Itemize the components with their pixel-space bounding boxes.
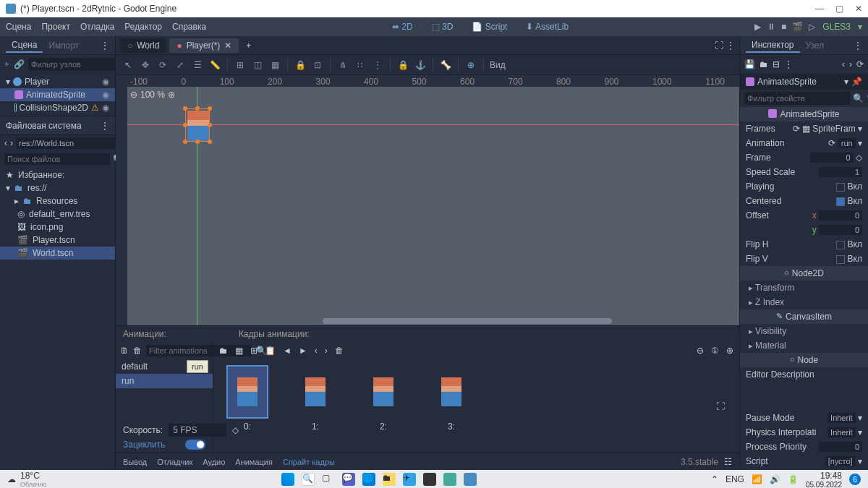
visibility-icon[interactable]: ◉ — [102, 77, 109, 87]
menu-help[interactable]: Справка — [172, 22, 206, 32]
pausemode-select[interactable]: Inherit — [827, 413, 856, 423]
output-tab-debugger[interactable]: Отладчик — [157, 458, 192, 466]
volume-icon[interactable]: 🔊 — [770, 474, 780, 484]
reset-icon[interactable]: ⟳ — [793, 124, 800, 134]
skeleton-icon[interactable]: ⋔ — [336, 59, 349, 72]
output-tab-animation[interactable]: Анимация — [235, 458, 273, 466]
play-custom-icon[interactable]: ▷ — [809, 22, 815, 32]
fs-item[interactable]: 🎬Player.tscn — [0, 234, 115, 247]
media-icon[interactable]: ▶ — [423, 473, 436, 486]
menu-project[interactable]: Проект — [41, 22, 70, 32]
fs-item[interactable]: 🖼icon.png — [0, 221, 115, 234]
tree-node-player[interactable]: ▾ Player ◉ — [0, 75, 115, 88]
select-tool-icon[interactable]: ↖ — [122, 59, 135, 72]
play-scene-icon[interactable]: 🎬 — [792, 22, 803, 32]
insert-after-icon[interactable]: ► — [299, 346, 307, 356]
fs-item[interactable]: ▸🖿Resources — [0, 194, 115, 207]
battery-icon[interactable]: 🔋 — [788, 474, 799, 484]
pin-icon[interactable]: 📌 — [851, 77, 862, 87]
move-right-icon[interactable]: › — [325, 346, 328, 356]
add-anim-icon[interactable]: 🗎 — [120, 346, 129, 356]
warning-icon[interactable]: ⚠ — [91, 103, 99, 113]
fs-root[interactable]: ▾🖿res:// — [0, 181, 115, 194]
scale-tool-icon[interactable]: ⤢ — [174, 59, 187, 72]
view-menu[interactable]: Вид — [490, 60, 506, 70]
tab-scene[interactable]: Сцена — [6, 38, 43, 53]
smart-snap-icon[interactable]: ◫ — [251, 59, 264, 72]
folder-icon[interactable]: 🖿 — [760, 59, 768, 69]
play-icon[interactable]: ▶ — [754, 22, 761, 32]
chevron-down-icon[interactable]: ▾ — [844, 77, 848, 87]
chat-icon[interactable]: 💬 — [342, 473, 355, 486]
grid-icon[interactable]: ∷ — [354, 59, 367, 72]
selected-sprite[interactable] — [185, 108, 210, 142]
animation-select[interactable]: run — [838, 138, 856, 148]
insert-before-icon[interactable]: ◄ — [283, 346, 292, 356]
mode-assetlib[interactable]: ⬇ AssetLib — [522, 20, 573, 33]
tab-inspector[interactable]: Инспектор — [746, 38, 800, 53]
edge-icon[interactable]: 🌐 — [362, 473, 375, 486]
delete-frame-icon[interactable]: 🗑 — [335, 346, 344, 356]
group-visibility[interactable]: ▸ Visibility — [740, 324, 868, 338]
dock-menu-icon[interactable]: ⋮ — [101, 121, 109, 131]
centered-checkbox[interactable] — [836, 197, 845, 206]
notifications-icon[interactable]: 6 — [849, 474, 861, 485]
dock-menu-icon[interactable]: ⋮ — [101, 40, 109, 51]
fs-favorites[interactable]: ★Избранное: — [0, 168, 115, 181]
frame-item[interactable]: 2: — [364, 367, 403, 432]
zoom-level[interactable]: 100 % — [140, 90, 165, 100]
group-zindex[interactable]: ▸ Z Index — [740, 295, 868, 309]
weather-icon[interactable]: ☁ — [7, 474, 16, 484]
viewport-2d[interactable]: -1000 100200 300400 500600 700800 900100… — [116, 75, 739, 325]
lock-selection-icon[interactable]: 🔒 — [396, 59, 409, 72]
chevron-down-icon[interactable]: ▾ — [858, 22, 862, 32]
pause-icon[interactable]: ⏸ — [767, 22, 775, 32]
layout-icon[interactable]: ☷ — [724, 457, 732, 467]
zoom-out-icon[interactable]: ⊖ — [130, 90, 137, 100]
dock-menu-icon[interactable]: ⋮ — [726, 40, 735, 51]
minimize-icon[interactable]: — — [815, 4, 824, 14]
network-icon[interactable]: 📶 — [752, 474, 762, 484]
fullscreen-icon[interactable]: ⛶ — [716, 401, 725, 411]
stop-icon[interactable]: ■ — [781, 22, 786, 32]
anchor-icon[interactable]: ⚓ — [414, 59, 427, 72]
visibility-icon[interactable]: ◉ — [102, 103, 109, 113]
anim-item-run[interactable]: run — [116, 374, 213, 388]
nav-fwd-icon[interactable]: › — [10, 138, 13, 148]
clock-date[interactable]: 05.09.2022 — [806, 481, 842, 489]
menu-editor[interactable]: Редактор — [124, 22, 162, 32]
grid-snap-icon[interactable]: ▦ — [268, 59, 281, 72]
renderer-select[interactable]: GLES3 — [822, 22, 851, 32]
add-node-icon[interactable]: + — [4, 59, 9, 69]
frame-item[interactable]: 3: — [432, 367, 471, 432]
more-icon[interactable]: ⋮ — [784, 59, 793, 69]
list-tool-icon[interactable]: ☰ — [191, 59, 204, 72]
rotate-tool-icon[interactable]: ⟳ — [156, 59, 169, 72]
dock-menu-icon[interactable]: ⋮ — [854, 40, 862, 51]
tree-node-animatedsprite[interactable]: AnimatedSprite ◉ — [0, 88, 115, 101]
tab-node[interactable]: Узел — [800, 39, 830, 52]
expand-icon[interactable]: ⛶ — [715, 40, 723, 51]
group-material[interactable]: ▸ Material — [740, 338, 868, 353]
output-tab-spriteframes[interactable]: Спрайт кадры — [283, 458, 335, 466]
nav-back-icon[interactable]: ‹ — [4, 138, 7, 148]
search-icon[interactable]: 🔍 — [302, 473, 315, 486]
close-icon[interactable]: ✕ — [855, 4, 862, 14]
loop-toggle[interactable] — [185, 440, 205, 450]
lang-indicator[interactable]: ENG — [726, 474, 744, 484]
script-select[interactable]: [пусто] — [825, 456, 856, 466]
class-section-canvasitem[interactable]: ✎ CanvasItem — [740, 309, 868, 324]
zoom-in-icon[interactable]: ⊕ — [168, 90, 175, 100]
sub-icon[interactable]: ⊟ — [773, 59, 780, 69]
link-icon[interactable]: 🔗 — [14, 59, 24, 69]
output-tab-vyvod[interactable]: Вывод — [123, 458, 147, 466]
fs-item[interactable]: ◎default_env.tres — [0, 207, 115, 221]
copy-frame-icon[interactable]: ⊞ — [250, 346, 258, 356]
delete-anim-icon[interactable]: 🗑 — [133, 346, 142, 356]
horizontal-scrollbar[interactable] — [323, 318, 612, 324]
maximize-icon[interactable]: ▢ — [835, 4, 843, 14]
menu-scene[interactable]: Сцена — [6, 22, 31, 32]
group-icon[interactable]: ⊡ — [311, 59, 324, 72]
frame-item[interactable]: 0: — [228, 367, 267, 432]
priority-input[interactable] — [819, 442, 862, 452]
